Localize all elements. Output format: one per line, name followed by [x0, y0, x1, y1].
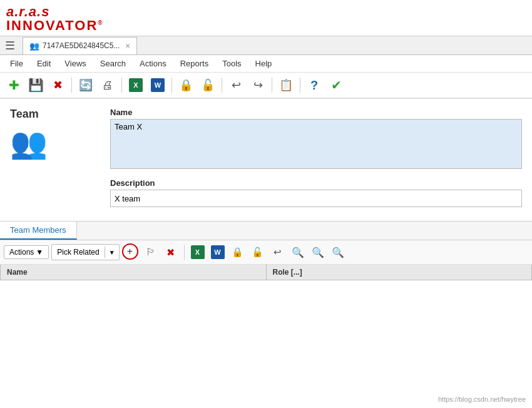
name-field-group: Name Team X [110, 108, 522, 171]
pick-related-button[interactable]: Pick Related [52, 247, 105, 258]
tab-bar: ☰ 👥 7147AE5D624845C5... ✕ [0, 36, 532, 55]
main-content: Team 👥 Name Team X Description [0, 99, 532, 216]
menu-edit[interactable]: Edit [31, 57, 57, 70]
at-search1-button[interactable]: 🔍 [289, 244, 307, 260]
menu-reports[interactable]: Reports [174, 57, 215, 70]
menu-file[interactable]: File [4, 57, 29, 70]
menu-tools[interactable]: Tools [216, 57, 247, 70]
at-search2-button[interactable]: 🔍 [309, 244, 327, 260]
add-row-button[interactable]: + [122, 243, 140, 261]
col-name: Name [0, 265, 267, 280]
save-button[interactable]: 💾 [26, 75, 46, 95]
tab-team-members[interactable]: Team Members [0, 222, 77, 240]
unlock-button[interactable]: 🔓 [198, 75, 218, 95]
left-panel: Team 👥 [10, 108, 98, 207]
menu-bar: File Edit Views Search Actions Reports T… [0, 55, 532, 73]
copy-button[interactable]: 📋 [276, 75, 296, 95]
toolbar-separator-4 [222, 78, 222, 93]
logo-bottom: INNOVATOR® [6, 19, 104, 33]
logo-reg: ® [98, 19, 103, 26]
at-undo-button[interactable]: ↩ [269, 244, 287, 260]
toolbar-separator-5 [272, 78, 272, 93]
pick-related-group: Pick Related ▼ [51, 244, 119, 260]
description-field-group: Description [110, 178, 522, 207]
watermark: https://blog.csdn.net/hwytree [438, 395, 526, 403]
pick-related-dropdown[interactable]: ▼ [105, 248, 119, 257]
at-sep [184, 245, 185, 260]
bottom-tabs-row: Team Members [0, 222, 532, 240]
tab-label: 7147AE5D624845C5... [43, 41, 120, 50]
add-row-plus-icon[interactable]: + [122, 243, 138, 260]
check-button[interactable]: ✔ [326, 75, 346, 95]
at-excel-icon: X [191, 245, 205, 259]
bookmark-button[interactable]: 🏳 [142, 244, 160, 260]
actions-arrow-icon: ▼ [36, 248, 43, 257]
hamburger-menu[interactable]: ☰ [3, 38, 18, 54]
print-button[interactable]: 🖨 [98, 75, 118, 95]
toolbar-separator-3 [171, 78, 172, 93]
undo-button[interactable]: ↩ [226, 75, 246, 95]
right-panel: Name Team X Description [110, 108, 522, 207]
menu-help[interactable]: Help [249, 57, 279, 70]
excel-icon: X [129, 78, 143, 92]
word-icon: W [151, 78, 165, 92]
toolbar-separator-2 [121, 78, 122, 93]
at-search3-button[interactable]: 🔍 [329, 244, 347, 260]
excel-button[interactable]: X [126, 75, 146, 95]
actions-dropdown-button[interactable]: Actions ▼ [4, 245, 49, 259]
name-label: Name [110, 108, 522, 117]
word-button[interactable]: W [148, 75, 168, 95]
toolbar-separator-6 [300, 78, 300, 93]
logo: a.r.a.s INNOVATOR® [6, 5, 104, 33]
tab-item[interactable]: 👥 7147AE5D624845C5... ✕ [23, 37, 137, 54]
name-textarea[interactable]: Team X [110, 119, 522, 169]
logo-top: a.r.a.s [6, 5, 104, 19]
remove-button[interactable]: ✖ [162, 244, 180, 260]
redo-button[interactable]: ↩ [248, 75, 268, 95]
lock-button[interactable]: 🔒 [176, 75, 196, 95]
toolbar-separator [71, 78, 72, 93]
at-unlock-button[interactable]: 🔓 [249, 244, 267, 260]
team-avatar-icon: 👥 [10, 126, 48, 161]
at-word-icon: W [211, 245, 225, 259]
logo-bar: a.r.a.s INNOVATOR® [0, 0, 532, 36]
at-lock-button[interactable]: 🔒 [229, 244, 247, 260]
col-role: Role [...] [267, 265, 533, 280]
search-x-icon: 🔍 [312, 247, 324, 258]
at-excel-button[interactable]: X [189, 244, 207, 260]
main-toolbar: ✚ 💾 ✖ 🔄 🖨 X W 🔒 🔓 ↩ ↩ 📋 ? ✔ [0, 73, 532, 99]
tab-icon: 👥 [29, 41, 39, 51]
help-button[interactable]: ? [304, 75, 324, 95]
refresh-button[interactable]: 🔄 [76, 75, 96, 95]
menu-search[interactable]: Search [94, 57, 132, 70]
description-label: Description [110, 178, 522, 188]
add-button[interactable]: ✚ [4, 75, 24, 95]
actions-toolbar: Actions ▼ Pick Related ▼ + 🏳 ✖ X W 🔒 🔓 ↩… [0, 240, 532, 265]
form-title: Team [10, 108, 39, 121]
description-input[interactable] [110, 190, 522, 207]
actions-label: Actions [9, 248, 34, 257]
table-header: Name Role [...] [0, 265, 532, 280]
at-word-button[interactable]: W [209, 244, 227, 260]
delete-button[interactable]: ✖ [48, 75, 68, 95]
menu-actions[interactable]: Actions [133, 57, 173, 70]
menu-views[interactable]: Views [58, 57, 92, 70]
bottom-panel: Team Members Actions ▼ Pick Related ▼ + … [0, 221, 532, 280]
tab-close-button[interactable]: ✕ [125, 43, 130, 49]
